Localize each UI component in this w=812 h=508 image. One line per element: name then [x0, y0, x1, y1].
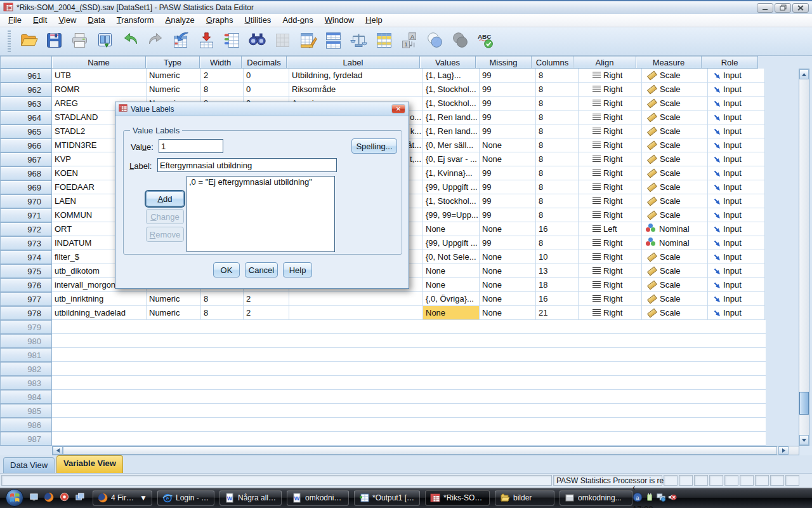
- row-header-961[interactable]: 961: [0, 69, 52, 83]
- tab-variable-view[interactable]: Variable View: [56, 455, 123, 473]
- scroll-up-icon[interactable]: [799, 69, 809, 79]
- cell-970-measure[interactable]: Scale: [642, 194, 708, 208]
- cell-962-measure[interactable]: Scale: [642, 83, 708, 97]
- row-header-985[interactable]: 985: [0, 404, 52, 418]
- cell-976-measure[interactable]: Scale: [642, 278, 708, 292]
- tray-power[interactable]: [645, 493, 654, 504]
- taskbar-item-6[interactable]: *Riks-SOM_...: [425, 490, 490, 505]
- cell-962-role[interactable]: Input: [708, 83, 765, 97]
- cell-983-blank[interactable]: [52, 376, 766, 390]
- menu-transform[interactable]: Transform: [111, 14, 160, 27]
- cell-964-values[interactable]: {1, Ren land...: [423, 110, 480, 124]
- cell-977-type[interactable]: Numeric: [147, 292, 201, 306]
- row-header-967[interactable]: 967: [0, 152, 52, 166]
- taskbar-item-8[interactable]: omkodning...: [560, 490, 632, 505]
- taskbar-item-4[interactable]: Womkodning...: [287, 490, 349, 505]
- cell-970-role[interactable]: Input: [708, 194, 765, 208]
- cell-972-align[interactable]: Left: [579, 222, 642, 236]
- menu-edit[interactable]: Edit: [27, 14, 53, 27]
- cell-961-measure[interactable]: Scale: [642, 69, 708, 83]
- cell-979-blank[interactable]: [52, 320, 766, 334]
- cell-975-columns[interactable]: 13: [536, 264, 579, 278]
- cell-976-role[interactable]: Input: [708, 278, 765, 292]
- cell-969-align[interactable]: Right: [579, 180, 642, 194]
- cell-968-measure[interactable]: Scale: [642, 166, 708, 180]
- row-header-979[interactable]: 979: [0, 320, 52, 334]
- add-button[interactable]: Add: [146, 191, 184, 206]
- tray-language-indicator[interactable]: a: [632, 492, 643, 504]
- cell-967-measure[interactable]: Scale: [642, 152, 708, 166]
- cell-973-missing[interactable]: 99: [480, 236, 536, 250]
- cell-962-values[interactable]: {1, Stockhol...: [423, 83, 480, 97]
- tray-network[interactable]: [657, 493, 665, 504]
- cell-973-role[interactable]: Input: [708, 236, 765, 250]
- toolbar-value-labels[interactable]: A1: [398, 29, 421, 53]
- cell-964-columns[interactable]: 8: [536, 110, 579, 124]
- toolbar-save-document[interactable]: [43, 29, 65, 53]
- cell-962-type[interactable]: Numeric: [147, 83, 201, 97]
- cell-974-align[interactable]: Right: [579, 250, 642, 264]
- menu-view[interactable]: View: [53, 14, 82, 27]
- cell-961-values[interactable]: {1, Lag}...: [423, 69, 480, 83]
- chevron-down-icon[interactable]: ▼: [140, 493, 147, 502]
- cell-969-missing[interactable]: 99: [480, 180, 536, 194]
- cell-971-values[interactable]: {99, 99=Upp...: [423, 208, 480, 222]
- toolbar-find[interactable]: [246, 29, 268, 53]
- toolbar-use-variable-sets[interactable]: [423, 29, 446, 53]
- menu-utilities[interactable]: Utilities: [239, 14, 277, 27]
- cell-985-blank[interactable]: [52, 404, 766, 418]
- tray-volume-muted[interactable]: [668, 493, 677, 504]
- cell-968-role[interactable]: Input: [708, 166, 765, 180]
- value-input[interactable]: [159, 139, 223, 153]
- cell-961-align[interactable]: Right: [579, 69, 642, 83]
- cell-978-measure[interactable]: Scale: [642, 306, 708, 320]
- row-header-976[interactable]: 976: [0, 278, 52, 292]
- row-header-983[interactable]: 983: [0, 376, 52, 390]
- cell-966-columns[interactable]: 8: [536, 138, 579, 152]
- toolbar-undo[interactable]: [119, 29, 141, 53]
- help-button[interactable]: Help: [283, 262, 312, 277]
- cell-966-values[interactable]: {0, Mer säll...: [423, 138, 480, 152]
- cell-964-align[interactable]: Right: [579, 110, 642, 124]
- column-header-name[interactable]: Name: [51, 56, 146, 69]
- cell-977-width[interactable]: 8: [201, 292, 244, 306]
- column-header-align[interactable]: Align: [573, 56, 636, 69]
- cell-977-decimals[interactable]: 2: [244, 292, 289, 306]
- horizontal-scroll-thumb[interactable]: [63, 446, 777, 455]
- cell-966-missing[interactable]: None: [480, 138, 536, 152]
- cell-973-align[interactable]: Right: [579, 236, 642, 250]
- cell-962-align[interactable]: Right: [579, 83, 642, 97]
- cell-977-missing[interactable]: None: [480, 292, 536, 306]
- cell-969-role[interactable]: Input: [708, 180, 765, 194]
- cell-962-columns[interactable]: 8: [536, 83, 579, 97]
- cell-975-measure[interactable]: Scale: [642, 264, 708, 278]
- menu-file[interactable]: File: [3, 14, 27, 27]
- cell-961-name[interactable]: UTB: [52, 69, 147, 83]
- cell-981-blank[interactable]: [52, 348, 766, 362]
- cell-976-align[interactable]: Right: [579, 278, 642, 292]
- cell-969-measure[interactable]: Scale: [642, 180, 708, 194]
- tab-data-view[interactable]: Data View: [3, 457, 55, 473]
- quick-launch-media-player[interactable]: [58, 492, 70, 504]
- cell-962-label[interactable]: Riksområde: [289, 83, 423, 97]
- scroll-right-icon[interactable]: [778, 446, 789, 455]
- toolbar-show-all-variables[interactable]: [449, 29, 471, 53]
- cell-965-columns[interactable]: 8: [536, 124, 579, 138]
- scroll-left-icon[interactable]: [53, 446, 63, 455]
- column-header-missing[interactable]: Missing: [475, 56, 532, 69]
- row-header-965[interactable]: 965: [0, 124, 52, 138]
- cell-966-role[interactable]: Input: [708, 138, 765, 152]
- ok-button[interactable]: OK: [213, 262, 240, 277]
- toolbar-grip[interactable]: [8, 30, 11, 52]
- column-header-values[interactable]: Values: [419, 56, 476, 69]
- cell-975-role[interactable]: Input: [708, 264, 765, 278]
- cell-964-measure[interactable]: Scale: [642, 110, 708, 124]
- row-header-969[interactable]: 969: [0, 180, 52, 194]
- cell-972-missing[interactable]: None: [480, 222, 536, 236]
- toolbar-open-data-document[interactable]: [17, 29, 40, 53]
- cell-966-align[interactable]: Right: [579, 138, 642, 152]
- cell-980-blank[interactable]: [52, 334, 766, 348]
- cell-971-align[interactable]: Right: [579, 208, 642, 222]
- quick-launch-show-desktop[interactable]: [28, 492, 39, 504]
- cell-970-align[interactable]: Right: [579, 194, 642, 208]
